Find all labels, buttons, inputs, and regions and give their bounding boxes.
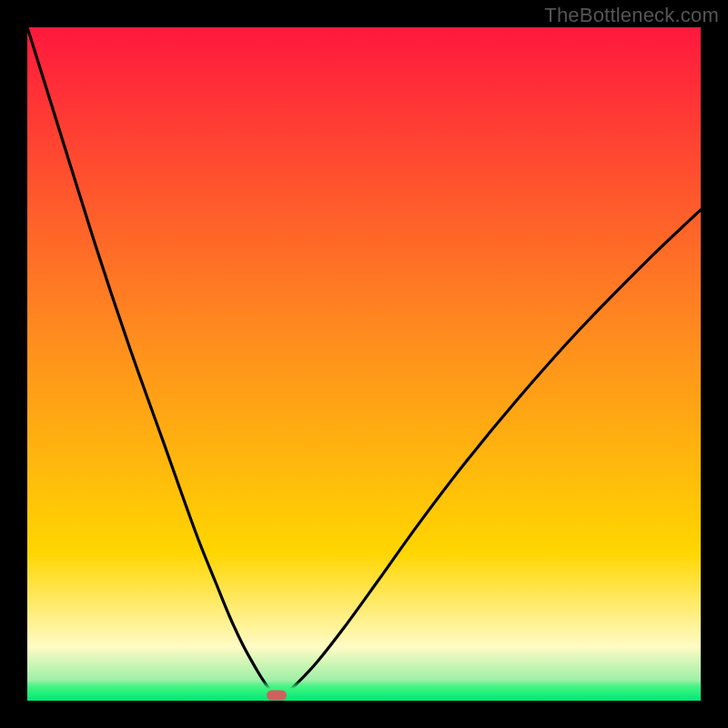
green-baseline-strip	[27, 681, 701, 701]
watermark-text: TheBottleneck.com	[544, 4, 719, 27]
chart-svg	[27, 27, 701, 701]
plot-area	[27, 27, 701, 701]
chart-frame: TheBottleneck.com	[0, 0, 728, 728]
minimum-marker	[267, 691, 287, 701]
